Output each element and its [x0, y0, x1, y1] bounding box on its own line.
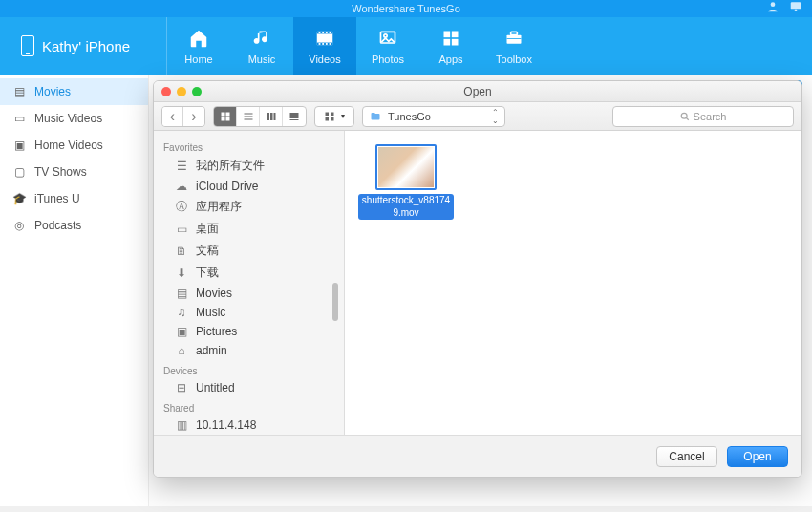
fav-icloud[interactable]: ☁iCloud Drive	[154, 177, 344, 196]
svg-rect-16	[452, 32, 459, 38]
music-video-icon: ▭	[11, 113, 27, 124]
home-icon	[188, 27, 209, 50]
fav-music[interactable]: ♫Music	[154, 303, 344, 322]
music-folder-icon: ♫	[175, 306, 188, 319]
svg-rect-31	[221, 112, 224, 116]
group-favorites: Favorites	[154, 137, 344, 155]
svg-rect-19	[507, 35, 522, 44]
shared-ip[interactable]: ▥10.11.4.148	[154, 416, 344, 435]
documents-icon: 🗎	[175, 245, 188, 258]
svg-rect-34	[225, 117, 229, 120]
main-tabs: Kathy' iPhone Home Music Videos Photos A…	[0, 17, 812, 75]
disk-icon: ⊟	[175, 381, 188, 395]
sidebar-item-tv-shows[interactable]: ▢ TV Shows	[0, 159, 148, 185]
svg-rect-21	[507, 38, 522, 39]
minimize-icon[interactable]	[177, 87, 186, 96]
list-view-button[interactable]	[237, 107, 260, 126]
svg-rect-36	[244, 116, 252, 117]
open-file-dialog: Open ‹ › ▾ TunesGo ⌃⌄ Search Favorites	[153, 80, 802, 478]
fav-documents[interactable]: 🗎文稿	[154, 240, 344, 262]
device-name: Kathy' iPhone	[42, 38, 130, 54]
fav-movies[interactable]: ▤Movies	[154, 284, 344, 303]
fav-all-my-files[interactable]: ☰我的所有文件	[154, 155, 344, 177]
view-mode-group	[213, 106, 307, 127]
group-shared: Shared	[154, 397, 344, 416]
svg-rect-20	[511, 32, 518, 34]
sidebar-item-movies[interactable]: ▤ Movies	[0, 78, 148, 105]
svg-rect-12	[330, 43, 331, 45]
svg-rect-9	[319, 43, 321, 45]
path-dropdown[interactable]: TunesGo ⌃⌄	[362, 106, 505, 127]
file-browser[interactable]: shutterstock_v881749.mov	[345, 131, 801, 435]
podcast-icon: ◎	[11, 220, 27, 231]
svg-rect-18	[452, 39, 459, 46]
videos-icon	[314, 27, 335, 50]
svg-point-48	[681, 113, 687, 118]
dialog-search-input[interactable]: Search	[612, 106, 794, 127]
svg-rect-17	[444, 39, 451, 46]
sidebar-item-home-videos[interactable]: ▣ Home Videos	[0, 132, 148, 159]
icon-view-button[interactable]	[214, 107, 237, 126]
svg-rect-38	[267, 113, 269, 120]
scrollbar[interactable]	[332, 283, 338, 321]
coverflow-view-button[interactable]	[283, 107, 306, 126]
dialog-footer: Cancel Open	[154, 435, 801, 477]
music-icon	[252, 27, 271, 50]
svg-rect-35	[244, 113, 252, 114]
feedback-icon[interactable]	[789, 0, 802, 13]
svg-rect-7	[326, 32, 328, 33]
desktop-icon: ▭	[175, 223, 188, 236]
forward-button[interactable]: ›	[183, 107, 204, 126]
tab-apps[interactable]: Apps	[419, 17, 482, 75]
tab-videos[interactable]: Videos	[293, 17, 356, 75]
fav-downloads[interactable]: ⬇下载	[154, 262, 344, 284]
path-label: TunesGo	[388, 111, 431, 122]
svg-rect-1	[791, 2, 801, 9]
svg-rect-33	[221, 117, 224, 120]
tab-music[interactable]: Music	[230, 17, 293, 75]
svg-rect-8	[330, 32, 331, 33]
sidebar: ▤ Movies ▭ Music Videos ▣ Home Videos ▢ …	[0, 75, 149, 506]
fav-pictures[interactable]: ▣Pictures	[154, 322, 344, 341]
cancel-button[interactable]: Cancel	[656, 446, 717, 467]
file-name: shutterstock_v881749.mov	[358, 194, 454, 220]
zoom-icon[interactable]	[192, 87, 202, 96]
user-icon[interactable]	[766, 0, 780, 13]
svg-rect-40	[273, 113, 275, 120]
applications-icon: Ⓐ	[175, 201, 188, 214]
app-titlebar: Wondershare TunesGo	[0, 0, 812, 17]
svg-rect-15	[444, 32, 451, 38]
sidebar-item-music-videos[interactable]: ▭ Music Videos	[0, 105, 148, 132]
photos-icon	[377, 27, 398, 50]
group-devices: Devices	[154, 360, 344, 378]
back-button[interactable]: ‹	[162, 107, 183, 126]
file-thumbnail	[375, 144, 437, 190]
file-item[interactable]: shutterstock_v881749.mov	[358, 144, 454, 220]
svg-rect-47	[331, 117, 334, 121]
device-selector[interactable]: Kathy' iPhone	[0, 17, 167, 75]
close-icon[interactable]	[161, 87, 171, 96]
open-button[interactable]: Open	[727, 446, 788, 467]
film-icon: ▤	[11, 86, 27, 97]
movies-folder-icon: ▤	[175, 287, 188, 300]
svg-rect-5	[319, 32, 321, 33]
apps-icon	[441, 27, 460, 50]
dialog-sidebar[interactable]: Favorites ☰我的所有文件 ☁iCloud Drive Ⓐ应用程序 ▭桌…	[154, 131, 345, 435]
fav-desktop[interactable]: ▭桌面	[154, 218, 344, 240]
dialog-titlebar[interactable]: Open	[154, 81, 801, 102]
svg-rect-39	[270, 113, 273, 120]
device-untitled[interactable]: ⊟Untitled	[154, 378, 344, 397]
arrange-dropdown[interactable]: ▾	[314, 106, 354, 127]
sidebar-item-podcasts[interactable]: ◎ Podcasts	[0, 212, 148, 239]
svg-line-49	[686, 117, 689, 120]
tab-toolbox[interactable]: Toolbox	[482, 17, 545, 75]
fav-admin[interactable]: ⌂admin	[154, 341, 344, 360]
svg-rect-44	[326, 112, 330, 116]
cloud-icon: ☁	[175, 180, 188, 193]
sidebar-item-itunes-u[interactable]: 🎓 iTunes U	[0, 185, 148, 212]
tab-photos[interactable]: Photos	[356, 17, 419, 75]
fav-applications[interactable]: Ⓐ应用程序	[154, 196, 344, 218]
dialog-title: Open	[463, 85, 491, 98]
column-view-button[interactable]	[260, 107, 283, 126]
tab-home[interactable]: Home	[167, 17, 230, 75]
